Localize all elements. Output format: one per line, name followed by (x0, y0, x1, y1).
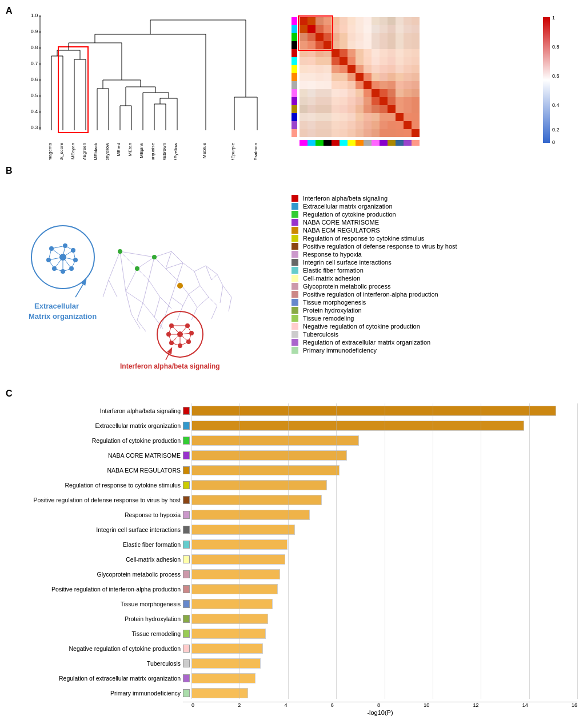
svg-line-418 (65, 246, 73, 250)
svg-line-368 (200, 286, 209, 297)
svg-rect-108 (364, 140, 372, 146)
svg-rect-300 (340, 113, 348, 121)
legend-item-label: Regulation of extracellular matrix organ… (303, 339, 430, 346)
svg-rect-292 (396, 105, 404, 113)
svg-rect-328 (324, 129, 332, 137)
legend-color-swatch (292, 331, 298, 338)
svg-rect-230 (380, 73, 388, 81)
svg-rect-285 (340, 105, 348, 113)
bar-fill (191, 450, 347, 461)
svg-rect-339 (412, 129, 420, 137)
legend-color-swatch (292, 259, 298, 266)
svg-line-372 (137, 303, 143, 320)
svg-rect-338 (404, 129, 412, 137)
svg-text:MEtan: MEtan (127, 143, 133, 156)
bar-label: Cell-matrix adhesion (6, 552, 183, 567)
bar-fill (191, 510, 310, 520)
bar-label: Extracellular matrix organization (6, 418, 183, 433)
bar-label: Glycoprotein metabolic process (6, 567, 183, 582)
svg-rect-188 (404, 49, 412, 57)
svg-line-377 (183, 294, 189, 306)
legend-item-label: Tuberculosis (303, 331, 338, 338)
svg-rect-133 (324, 25, 332, 33)
bar-fill (191, 554, 285, 565)
bar-row (183, 433, 577, 448)
svg-rect-325 (300, 129, 308, 137)
svg-rect-309 (412, 113, 420, 121)
svg-rect-105 (340, 140, 348, 146)
svg-rect-103 (324, 140, 332, 146)
svg-rect-320 (380, 121, 388, 129)
bar-color-box (183, 630, 190, 638)
svg-line-354 (166, 269, 177, 280)
svg-rect-224 (332, 73, 340, 81)
svg-rect-160 (300, 41, 308, 49)
svg-point-434 (135, 266, 139, 271)
svg-rect-246 (388, 81, 396, 89)
svg-rect-262 (396, 89, 404, 97)
svg-rect-205 (300, 65, 308, 73)
grid-line (577, 403, 578, 699)
svg-rect-223 (324, 73, 332, 81)
svg-rect-314 (332, 121, 340, 129)
svg-rect-192 (316, 57, 324, 65)
svg-line-346 (137, 269, 149, 280)
svg-rect-136 (348, 25, 356, 33)
svg-rect-173 (404, 41, 412, 49)
svg-rect-112 (396, 140, 404, 146)
bar-label: Regulation of cytokine production (6, 433, 183, 448)
bar-label: Negative regulation of cytokine producti… (6, 641, 183, 656)
svg-rect-194 (332, 57, 340, 65)
svg-rect-302 (356, 113, 364, 121)
bar-fill (191, 673, 255, 683)
svg-rect-121 (348, 17, 356, 25)
svg-rect-335 (380, 129, 388, 137)
svg-line-371 (143, 303, 154, 317)
bar-label: Protein hydroxylation (6, 611, 183, 626)
svg-line-384 (109, 280, 117, 297)
svg-rect-250 (300, 89, 308, 97)
svg-rect-207 (316, 65, 324, 73)
bar-fill (191, 584, 278, 594)
svg-rect-212 (356, 65, 364, 73)
bar-label: Elastic fiber formation (6, 537, 183, 552)
svg-text:0.7: 0.7 (31, 61, 38, 66)
svg-rect-145 (300, 33, 308, 41)
svg-line-364 (143, 280, 149, 303)
svg-text:MEbrown: MEbrown (162, 143, 167, 160)
svg-rect-333 (364, 129, 372, 137)
svg-rect-222 (316, 73, 324, 81)
legend-item-label: Tissue remodeling (303, 315, 354, 322)
svg-rect-307 (396, 113, 404, 121)
svg-text:0: 0 (552, 139, 555, 145)
svg-rect-100 (300, 140, 308, 146)
svg-rect-92 (292, 73, 297, 81)
legend-item-label: Elastic fiber formation (303, 267, 364, 274)
svg-rect-326 (308, 129, 316, 137)
bar-row (183, 641, 577, 656)
bar-fill (191, 406, 556, 416)
bar-row (183, 507, 577, 522)
svg-rect-204 (412, 57, 420, 65)
legend-item-label: NABA ECM REGULATORS (303, 227, 380, 234)
svg-rect-117 (316, 17, 324, 25)
legend-color-swatch (292, 219, 298, 226)
svg-rect-226 (348, 73, 356, 81)
svg-line-343 (120, 251, 126, 291)
svg-rect-293 (404, 105, 412, 113)
svg-rect-161 (308, 41, 316, 49)
svg-line-445 (180, 342, 189, 346)
svg-line-385 (131, 314, 140, 329)
svg-rect-189 (412, 49, 420, 57)
svg-rect-96 (292, 105, 297, 113)
svg-rect-287 (356, 105, 364, 113)
svg-line-449 (166, 349, 171, 360)
svg-text:MEsalmon: MEsalmon (253, 143, 258, 160)
legend-item-label: Cell-matrix adhesion (303, 275, 360, 282)
svg-rect-249 (412, 81, 420, 89)
bar-color-box (183, 422, 190, 430)
legend-item: Primary immunodeficiency (292, 347, 566, 354)
svg-rect-93 (292, 81, 297, 89)
svg-text:MEblack: MEblack (93, 142, 98, 160)
legend-color-swatch (292, 347, 298, 354)
